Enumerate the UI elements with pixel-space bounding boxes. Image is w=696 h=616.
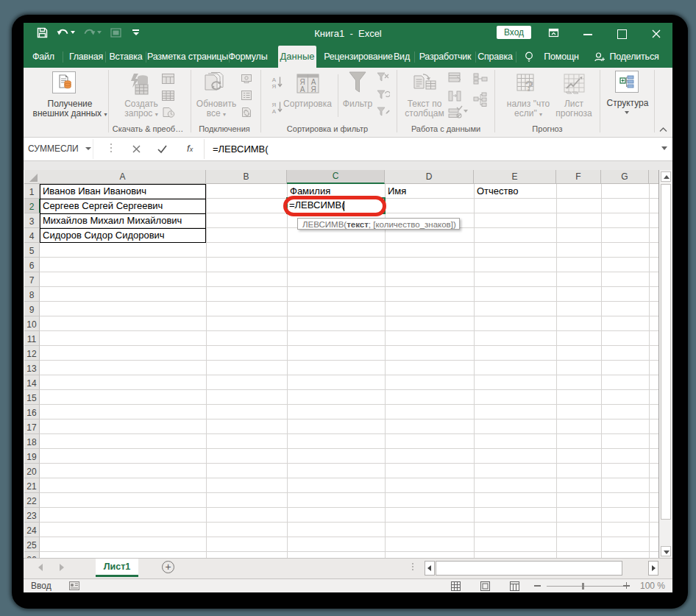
svg-text:Я: Я — [272, 83, 277, 89]
svg-text:А: А — [272, 108, 277, 114]
svg-text:А: А — [272, 77, 277, 83]
svg-text:Я: Я — [272, 102, 277, 108]
svg-text:Я: Я — [310, 85, 316, 93]
svg-text:?: ? — [525, 78, 533, 94]
svg-text:А: А — [300, 85, 305, 93]
